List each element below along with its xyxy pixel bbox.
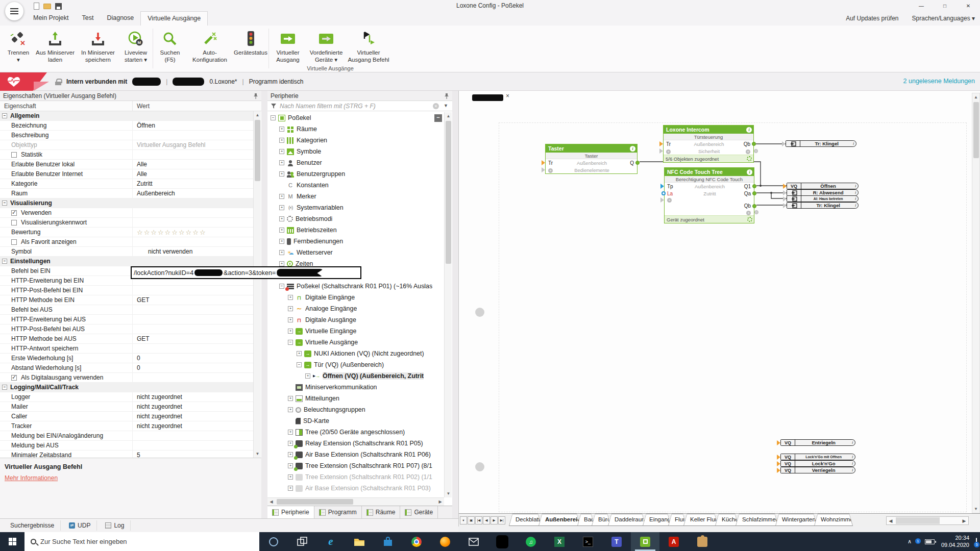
expander-plus[interactable]: + [288, 441, 293, 446]
property-row-erlaubte-benutzer-internet[interactable]: Erlaubte Benutzer InternetAlle [0, 169, 253, 179]
close-icon[interactable]: × [506, 92, 509, 99]
close-button[interactable]: ✕ [957, 0, 980, 11]
property-row-http-post-befehl-bei-ein[interactable]: HTTP-Post-Befehl bei EIN [0, 286, 253, 295]
expander-plus[interactable]: + [279, 239, 284, 244]
tree-item-kategorien[interactable]: +Kategorien [267, 135, 444, 146]
filter-dropdown-icon[interactable]: ▼ [444, 103, 448, 108]
page-tab-keller-flur[interactable]: Keller Flur [683, 514, 718, 526]
property-row-objekttyp[interactable]: ObjekttypVirtueller Ausgang Befehl [0, 140, 253, 150]
menu-link-0[interactable]: Auf Updates prüfen [846, 15, 898, 22]
function-block-taster[interactable]: TasteriTasterTrAußenbereichQ+Bedieneleme… [545, 144, 638, 174]
info-icon[interactable]: i [855, 190, 858, 195]
terminal-icon[interactable]: >_ [574, 532, 602, 551]
property-row-minimaler-zeitabstand[interactable]: Minimaler Zeitabstand5 [0, 450, 253, 458]
info-icon[interactable]: i [746, 127, 752, 133]
expander-plus[interactable]: + [279, 194, 284, 199]
expander-minus[interactable]: − [288, 340, 293, 345]
periphery-tab-geräte[interactable]: Geräte [400, 506, 438, 518]
store-icon[interactable] [374, 532, 402, 551]
add-output-icon[interactable]: + [746, 211, 751, 215]
expander-plus[interactable]: + [288, 452, 293, 457]
expander-plus[interactable]: + [279, 261, 284, 266]
battery-icon[interactable] [925, 539, 935, 544]
expander-plus[interactable]: + [288, 396, 293, 401]
more-information-link[interactable]: Mehr Informationen [5, 474, 58, 482]
periphery-tab-peripherie[interactable]: Peripherie [267, 506, 314, 518]
firefox-icon[interactable] [431, 532, 459, 551]
ribbon-button-aus-miniserver-laden[interactable]: Aus Miniserverladen [34, 27, 77, 70]
page-nav-button-3[interactable]: ◀ [483, 516, 490, 524]
minimize-button[interactable]: — [910, 0, 933, 11]
info-icon[interactable]: i [852, 461, 855, 466]
ribbon-button-virtueller-ausgang-befehl[interactable]: VirtuellerAusgang Befehl [346, 27, 391, 70]
connector-block-al-haus-betreten[interactable]: Al: Haus betreteni [787, 195, 859, 202]
bottom-tab-udp[interactable]: ⇄UDP [63, 520, 97, 531]
search-input[interactable] [40, 538, 234, 545]
tree-item-benutzergruppen[interactable]: +Benutzergruppen [267, 168, 444, 180]
main-menu-button[interactable] [5, 2, 23, 20]
property-row-erste-wiederholung-s-[interactable]: Erste Wiederholung [s]0 [0, 354, 253, 363]
checkbox-unchecked[interactable] [11, 239, 17, 245]
connector-block-tr-klingel[interactable]: Tr: Klingeli [786, 140, 856, 147]
spotify-icon[interactable]: ♫ [517, 532, 545, 551]
unread-messages-link[interactable]: 2 ungelesene Meldungen [903, 78, 975, 85]
expander-plus[interactable]: + [279, 205, 284, 210]
function-block-nfc-code-touch-tree[interactable]: NFC Code Touch TreeiBerechtigung NFC Cod… [664, 167, 754, 223]
function-block-loxone-intercom[interactable]: Loxone IntercomiTürsteuerungTrAußenberei… [663, 125, 754, 163]
notification-center-icon[interactable]: 5 [976, 538, 977, 545]
add-input-icon[interactable]: + [666, 149, 671, 154]
info-icon[interactable]: i [852, 440, 855, 445]
tree-item-tree-20-50-geräte-angeschlossen-[interactable]: +Tree (20/50 Geräte angeschlossen) [267, 427, 444, 438]
canvas-horizontal-scrollbar[interactable]: ◀▶ [886, 516, 969, 525]
property-row-bewertung[interactable]: Bewertung☆☆☆☆☆☆☆☆☆☆ [0, 228, 253, 237]
tree-item-tür-vq-außenbereich-[interactable]: −Tür (VQ) (Außenbereich) [267, 359, 444, 370]
property-row-befehl-bei-aus[interactable]: Befehl bei AUS [0, 305, 253, 315]
tree-scrollbar[interactable]: ▲ ▼ [444, 112, 452, 497]
page-tab-schlafzimmer[interactable]: Schlafzimmer [736, 514, 778, 526]
tree-item-analoge-eingänge[interactable]: +Analoge Eingänge [267, 303, 444, 314]
file-explorer-icon[interactable] [345, 532, 374, 551]
menu-tab-test[interactable]: Test [75, 11, 100, 26]
property-row-visualisierungskennwort[interactable]: Visualisierungskennwort [0, 218, 253, 228]
property-row-kategorie[interactable]: KategorieZutritt [0, 179, 253, 189]
bottom-tab-log[interactable]: Log [99, 520, 131, 531]
redacted-page-tab[interactable] [472, 94, 503, 101]
checkbox-unchecked[interactable] [11, 152, 17, 158]
expander-plus[interactable]: + [288, 295, 293, 300]
property-row-statistik[interactable]: Statistik [0, 150, 253, 160]
info-icon[interactable]: i [855, 203, 858, 208]
taskbar-search[interactable] [24, 532, 259, 551]
tree-item-poßekel[interactable]: −Poßekel [267, 112, 444, 123]
expander-plus[interactable]: + [288, 430, 293, 435]
tree-item-air-base-extension-schaltschrank-r01-p03[interactable]: +Air Base Extension (Schaltschrank R01 P… [267, 483, 444, 494]
info-icon[interactable]: i [747, 169, 752, 175]
property-row-als-digitalausgang-verwenden[interactable]: Als Digitalausgang verwenden [0, 373, 253, 383]
property-row-abstand-wiederholung-s-[interactable]: Abstand Wiederholung [s]0 [0, 363, 253, 373]
panel-splitter[interactable] [261, 91, 267, 518]
expander-plus[interactable]: + [297, 351, 302, 356]
property-row-http-methode-bei-aus[interactable]: HTTP Methode bei AUSGET [0, 334, 253, 344]
info-icon[interactable]: i [852, 468, 855, 472]
command-on-edit-field[interactable]: /lockAction?nukiID=4&action=3&token= [131, 266, 361, 279]
filter-input[interactable] [280, 102, 430, 110]
collapse-icon[interactable]: − [2, 259, 7, 264]
property-row-einstellungen[interactable]: Einstellungen− [0, 257, 253, 266]
property-row-http-methode-bei-ein[interactable]: HTTP Methode bei EINGET [0, 295, 253, 305]
page-tab-deckblatt[interactable]: Deckblatt [509, 514, 542, 526]
property-row-symbol[interactable]: Symbolnicht verwenden [0, 247, 253, 257]
tree-item-beleuchtungsgruppen[interactable]: +Beleuchtungsgruppen [267, 404, 444, 415]
tree-item-digitale-eingänge[interactable]: +Digitale Eingänge [267, 292, 444, 303]
page-tab-wintergarten[interactable]: Wintergarten [775, 514, 817, 526]
tree-item-air-base-extension-schaltschrank-r01-p06[interactable]: +Air Base Extension (Schaltschrank R01 P… [267, 449, 444, 460]
expander-minus[interactable]: − [271, 115, 276, 120]
menu-tab-mein-projekt[interactable]: Mein Projekt [27, 11, 75, 26]
info-icon[interactable]: i [855, 184, 858, 188]
property-row-caller[interactable]: Callernicht zugeordnet [0, 412, 253, 421]
tree-item-merker[interactable]: +Merker [267, 191, 444, 202]
tree-item-nuki-aktionen-vq-nicht-zugeordnet-[interactable]: +NUKI Aktionen (VQ) (Nicht zugeordnet) [267, 348, 444, 359]
property-row-als-favorit-anzeigen[interactable]: Als Favorit anzeigen [0, 237, 253, 247]
connector-block-öffnen[interactable]: VQÖffneni [787, 183, 859, 189]
collapse-icon[interactable]: − [2, 113, 7, 118]
collapse-icon[interactable]: − [2, 385, 7, 390]
gear-icon[interactable] [747, 156, 752, 161]
